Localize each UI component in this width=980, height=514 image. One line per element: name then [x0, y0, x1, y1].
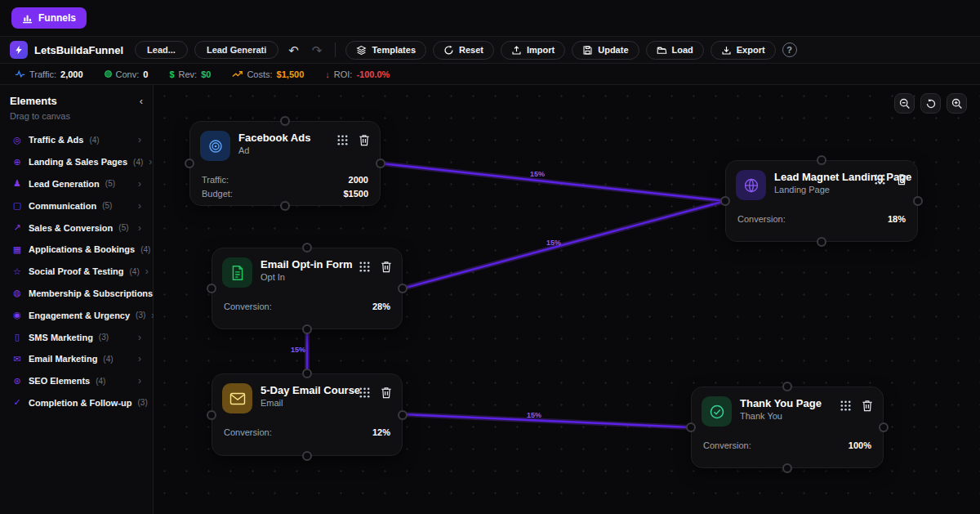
reset-button[interactable]: Reset	[433, 41, 494, 60]
update-label: Update	[598, 45, 628, 55]
trash-icon[interactable]	[862, 400, 873, 412]
sidebar-item-membership-subscriptions[interactable]: ◍ Membership & Subscriptions (3) ›	[10, 283, 143, 305]
connection-handle[interactable]	[185, 159, 194, 168]
funnel-name-pill[interactable]: Lead Generati	[194, 41, 278, 59]
connection-handle[interactable]	[302, 451, 312, 461]
sidebar-item-count: (5)	[105, 179, 115, 188]
sidebar-item-label: Sales & Conversion	[29, 223, 113, 233]
sidebar-item-seo-elements[interactable]: ⊛ SEO Elements (4) ›	[10, 370, 143, 392]
export-button[interactable]: Export	[710, 41, 776, 60]
chevron-right-icon: ›	[138, 200, 141, 212]
stat-costs: Costs: $1,500	[232, 69, 304, 79]
node-5-day-email-course[interactable]: 5-Day Email Course Email Conversion:12%	[212, 373, 403, 456]
sidebar-item-label: SEO Elements	[29, 376, 90, 386]
connection-handle[interactable]	[720, 196, 730, 206]
field-label: Conversion:	[224, 427, 272, 437]
node-email-opt-in-form[interactable]: Email Opt-in Form Opt In Conversion:28%	[212, 248, 403, 329]
load-button[interactable]: Load	[646, 41, 704, 60]
connection-handle[interactable]	[302, 369, 312, 378]
sidebar-item-lead-generation[interactable]: ♟ Lead Generation (5) ›	[10, 173, 143, 195]
sidebar-item-label: Traffic & Ads	[29, 135, 83, 145]
sidebar-item-sms-marketing[interactable]: ▯ SMS Marketing (3) ›	[10, 326, 143, 348]
connection-handle[interactable]	[302, 324, 312, 334]
chevron-right-icon: ›	[138, 178, 141, 190]
node-title: Thank You Page	[740, 397, 831, 409]
sidebar-item-email-marketing[interactable]: ✉ Email Marketing (4) ›	[10, 348, 143, 370]
sidebar-item-count: (4)	[133, 158, 143, 167]
canvas-controls	[894, 93, 967, 114]
phone-icon: ▯	[11, 332, 23, 342]
dollar-icon: $	[169, 69, 174, 79]
funnels-button[interactable]: Funnels	[11, 7, 87, 29]
landing-globe-icon	[736, 170, 766, 200]
chevron-right-icon: ›	[138, 353, 141, 364]
load-label: Load	[672, 45, 693, 55]
templates-button[interactable]: Templates	[345, 41, 426, 60]
drag-handle-icon[interactable]	[874, 173, 886, 185]
funnel-canvas[interactable]: 15% 15% 15% 15% Facebook Ads Ad Traffic:…	[154, 85, 980, 514]
costs-value: $1,500	[277, 69, 305, 79]
trend-up-icon	[232, 70, 243, 78]
collapse-sidebar-icon[interactable]: ‹	[140, 95, 143, 107]
connection-handle[interactable]	[817, 237, 826, 247]
drag-handle-icon[interactable]	[840, 400, 852, 412]
zoom-in-icon[interactable]	[947, 93, 967, 114]
brand-title: LetsBuildaFunnel	[34, 44, 123, 56]
update-button[interactable]: Update	[572, 41, 639, 60]
import-button[interactable]: Import	[501, 41, 565, 60]
connection-handle[interactable]	[398, 284, 408, 293]
sidebar-item-label: Engagement & Urgency	[29, 311, 130, 320]
undo-icon[interactable]: ↶	[285, 42, 302, 58]
globe-icon: ⊕	[11, 157, 23, 168]
drag-handle-icon[interactable]	[336, 134, 349, 146]
sidebar-item-sales-conversion[interactable]: ↗ Sales & Conversion (5) ›	[10, 217, 143, 239]
edge-label: 15%	[530, 170, 545, 178]
connection-handle[interactable]	[302, 243, 312, 253]
edge-label: 15%	[527, 411, 541, 419]
redo-icon[interactable]: ↷	[309, 42, 326, 58]
sidebar-item-label: Landing & Sales Pages	[29, 157, 127, 167]
field-label: Conversion:	[703, 440, 751, 450]
node-lead-magnet-landing-page[interactable]: Lead Magnet Landing Page Landing Page Co…	[725, 160, 918, 242]
field-value: 18%	[888, 214, 906, 224]
form-document-icon	[222, 257, 252, 288]
zoom-out-icon[interactable]	[894, 93, 915, 114]
connection-handle[interactable]	[686, 422, 696, 432]
trash-icon[interactable]	[359, 134, 370, 146]
drag-handle-icon[interactable]	[359, 261, 371, 273]
trash-icon[interactable]	[896, 173, 907, 185]
sidebar-item-landing-sales-pages[interactable]: ⊕ Landing & Sales Pages (4) ›	[10, 151, 143, 173]
trash-icon[interactable]	[381, 261, 392, 273]
trash-icon[interactable]	[381, 387, 392, 399]
sidebar-item-traffic-ads[interactable]: ◎ Traffic & Ads (4) ›	[10, 129, 143, 151]
connection-handle[interactable]	[782, 382, 792, 391]
sidebar-item-count: (5)	[102, 201, 112, 210]
sidebar-item-completion-follow-up[interactable]: ✓ Completion & Follow-up (3) ›	[10, 392, 143, 414]
connection-handle[interactable]	[817, 155, 826, 165]
sidebar-item-social-proof-testing[interactable]: ☆ Social Proof & Testing (4) ›	[10, 261, 143, 283]
connection-handle[interactable]	[879, 422, 889, 432]
connection-handle[interactable]	[782, 463, 792, 473]
help-icon[interactable]: ?	[782, 42, 797, 57]
connection-handle[interactable]	[913, 196, 923, 206]
chevron-right-icon: ›	[145, 266, 149, 277]
focus-icon: ◉	[11, 310, 23, 320]
sidebar-item-communication[interactable]: ▢ Communication (5) ›	[10, 194, 143, 217]
node-facebook-ads[interactable]: Facebook Ads Ad Traffic:2000 Budget:$150…	[189, 121, 381, 206]
connection-handle[interactable]	[207, 410, 216, 420]
sidebar-item-engagement-urgency[interactable]: ◉ Engagement & Urgency (3) ›	[10, 304, 143, 326]
connection-handle[interactable]	[280, 201, 290, 211]
conv-value: 0	[143, 69, 148, 79]
sidebar-item-applications-bookings[interactable]: ▦ Applications & Bookings (4) ›	[10, 239, 143, 261]
connection-handle[interactable]	[280, 116, 290, 126]
connection-handle[interactable]	[207, 284, 216, 293]
drag-handle-icon[interactable]	[359, 387, 371, 399]
funnel-select-pill[interactable]: Lead...	[135, 41, 188, 59]
node-title: Email Opt-in Form	[261, 258, 350, 270]
connection-handle[interactable]	[376, 159, 385, 168]
check-circle-icon: ✓	[11, 397, 23, 408]
node-thank-you-page[interactable]: Thank You Page Thank You Conversion:100%	[691, 387, 884, 468]
stat-roi: ↓ ROI: -100.0%	[325, 69, 390, 79]
connection-handle[interactable]	[398, 410, 408, 420]
reset-view-icon[interactable]	[920, 93, 941, 114]
